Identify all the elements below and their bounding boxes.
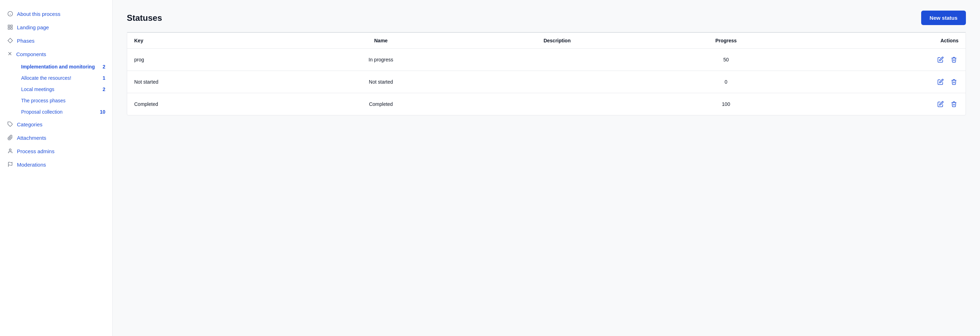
svg-rect-5 — [11, 27, 12, 29]
statuses-table: Key Name Description Progress Actions pr… — [127, 33, 966, 115]
delete-button-1[interactable] — [949, 55, 959, 64]
actions-container-1 — [811, 55, 959, 64]
sidebar-subitem-allocate[interactable]: Allocate the resources! 1 — [7, 72, 112, 84]
sidebar-label-moderations: Moderations — [17, 162, 46, 168]
sidebar-subitem-implementation[interactable]: Implementation and monitoring 2 — [7, 61, 112, 72]
cell-key-2: Not started — [127, 71, 296, 93]
grid-icon — [7, 24, 13, 30]
sidebar-subitem-label-local: Local meetings — [21, 86, 54, 92]
page-title: Statuses — [127, 13, 162, 23]
edit-button-2[interactable] — [936, 77, 945, 86]
page-header: Statuses New status — [127, 11, 966, 25]
sidebar-item-process-admins[interactable]: Process admins — [0, 144, 112, 158]
cell-actions-1 — [804, 49, 966, 71]
svg-marker-7 — [8, 38, 12, 43]
cell-description-1 — [466, 49, 648, 71]
table-body: prog In progress 50 — [127, 49, 966, 115]
paperclip-icon — [7, 134, 13, 141]
sidebar-item-landing[interactable]: Landing page — [0, 21, 112, 34]
cell-name-1: In progress — [296, 49, 466, 71]
components-icon — [7, 51, 13, 58]
sidebar-subitem-label-process-phases: The process phases — [21, 98, 65, 103]
cell-key-3: Completed — [127, 93, 296, 115]
svg-point-11 — [9, 149, 11, 151]
sidebar-subitem-local[interactable]: Local meetings 2 — [7, 84, 112, 95]
col-description: Description — [466, 33, 648, 49]
sidebar-subitem-label-implementation: Implementation and monitoring — [21, 64, 95, 70]
cell-actions-2 — [804, 71, 966, 93]
col-name: Name — [296, 33, 466, 49]
sidebar-subitems: Implementation and monitoring 2 Allocate… — [0, 61, 112, 118]
sidebar-subitem-process-phases[interactable]: The process phases — [7, 95, 112, 106]
sidebar: About this process Landing page Phases C… — [0, 0, 113, 336]
cell-name-3: Completed — [296, 93, 466, 115]
info-icon — [7, 11, 13, 17]
main-content: Statuses New status Key Name Description… — [113, 0, 980, 336]
sidebar-label-landing: Landing page — [17, 24, 49, 30]
sidebar-subitem-label-allocate: Allocate the resources! — [21, 75, 71, 81]
svg-rect-3 — [8, 25, 10, 27]
col-progress: Progress — [648, 33, 804, 49]
statuses-table-container: Key Name Description Progress Actions pr… — [127, 32, 966, 115]
sidebar-item-about[interactable]: About this process — [0, 7, 112, 21]
sidebar-item-phases[interactable]: Phases — [0, 34, 112, 47]
cell-key-1: prog — [127, 49, 296, 71]
cell-name-2: Not started — [296, 71, 466, 93]
col-key: Key — [127, 33, 296, 49]
delete-button-3[interactable] — [949, 99, 959, 109]
sidebar-item-moderations[interactable]: Moderations — [0, 158, 112, 171]
sidebar-label-attachments: Attachments — [17, 135, 46, 141]
sidebar-label-process-admins: Process admins — [17, 148, 55, 154]
svg-rect-6 — [8, 27, 10, 29]
cell-progress-1: 50 — [648, 49, 804, 71]
sidebar-item-attachments[interactable]: Attachments — [0, 131, 112, 144]
edit-button-3[interactable] — [936, 99, 945, 109]
cell-description-2 — [466, 71, 648, 93]
cell-actions-3 — [804, 93, 966, 115]
sidebar-subitem-label-proposal: Proposal collection — [21, 109, 63, 115]
sidebar-label-components: Components — [16, 51, 46, 57]
edit-button-1[interactable] — [936, 55, 945, 64]
sidebar-subitem-badge-local: 2 — [102, 86, 105, 92]
svg-rect-4 — [11, 25, 12, 27]
sidebar-label-about: About this process — [17, 11, 60, 17]
sidebar-item-components[interactable]: Components — [0, 47, 112, 61]
sidebar-subitem-proposal[interactable]: Proposal collection 10 — [7, 106, 112, 118]
table-row: Completed Completed 100 — [127, 93, 966, 115]
table-header: Key Name Description Progress Actions — [127, 33, 966, 49]
person-icon — [7, 148, 13, 154]
sidebar-item-categories[interactable]: Categories — [0, 118, 112, 131]
sidebar-subitem-badge-allocate: 1 — [102, 75, 105, 81]
cell-description-3 — [466, 93, 648, 115]
diamond-icon — [7, 37, 13, 44]
col-actions: Actions — [804, 33, 966, 49]
table-row: Not started Not started 0 — [127, 71, 966, 93]
sidebar-subitem-badge-proposal: 10 — [100, 109, 105, 115]
flag-icon — [7, 161, 13, 168]
table-row: prog In progress 50 — [127, 49, 966, 71]
sidebar-label-categories: Categories — [17, 122, 43, 127]
cell-progress-2: 0 — [648, 71, 804, 93]
cell-progress-3: 100 — [648, 93, 804, 115]
sidebar-subitem-badge-implementation: 2 — [102, 64, 105, 70]
actions-container-2 — [811, 77, 959, 86]
sidebar-label-phases: Phases — [17, 38, 35, 44]
tag-icon — [7, 121, 13, 127]
new-status-button[interactable]: New status — [921, 11, 966, 25]
delete-button-2[interactable] — [949, 77, 959, 86]
actions-container-3 — [811, 99, 959, 109]
